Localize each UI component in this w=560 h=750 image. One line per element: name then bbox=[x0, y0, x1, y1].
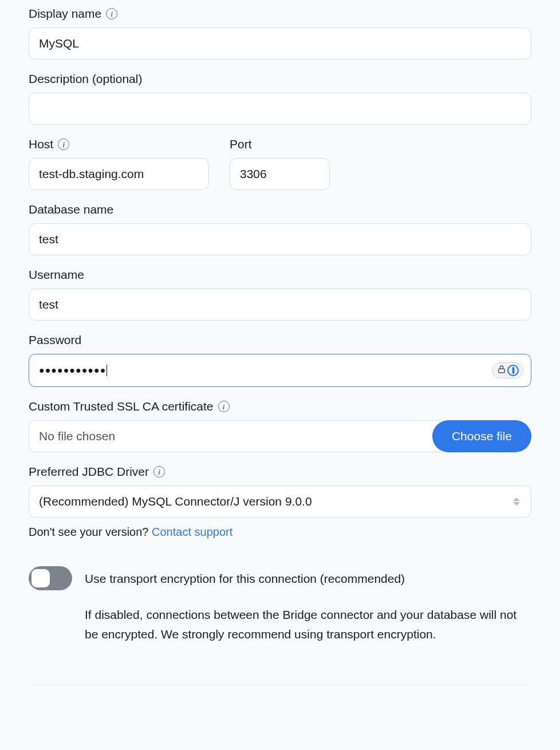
password-value: ●●●●●●●●●●● bbox=[39, 365, 106, 376]
password-manager-badge[interactable] bbox=[492, 362, 523, 378]
svg-rect-0 bbox=[499, 369, 505, 373]
port-label: Port bbox=[230, 137, 252, 151]
onepassword-icon bbox=[507, 365, 519, 376]
password-label: Password bbox=[29, 333, 81, 347]
database-name-label: Database name bbox=[29, 203, 113, 216]
jdbc-label: Preferred JDBC Driver bbox=[29, 465, 149, 479]
display-name-input[interactable] bbox=[29, 27, 531, 60]
lock-icon bbox=[497, 365, 506, 376]
section-divider bbox=[29, 685, 531, 685]
info-icon[interactable]: i bbox=[218, 401, 230, 412]
port-input[interactable] bbox=[230, 158, 330, 190]
host-input[interactable] bbox=[29, 158, 209, 190]
ssl-cert-file-display: No file chosen bbox=[29, 420, 441, 452]
description-label: Description (optional) bbox=[29, 72, 142, 86]
svg-rect-1 bbox=[512, 367, 514, 374]
ssl-cert-label: Custom Trusted SSL CA certificate bbox=[29, 400, 214, 413]
username-label: Username bbox=[29, 268, 84, 282]
jdbc-select[interactable]: (Recommended) MySQL Connector/J version … bbox=[29, 485, 531, 518]
database-name-input[interactable] bbox=[29, 223, 531, 255]
info-icon[interactable]: i bbox=[153, 466, 165, 477]
info-icon[interactable]: i bbox=[106, 8, 117, 19]
info-icon[interactable]: i bbox=[58, 139, 69, 150]
encryption-description: If disabled, connections between the Bri… bbox=[85, 605, 531, 645]
version-helper-text: Don't see your version? bbox=[29, 526, 152, 538]
description-input[interactable] bbox=[29, 93, 531, 125]
username-input[interactable] bbox=[29, 289, 531, 321]
encryption-toggle[interactable] bbox=[29, 566, 72, 590]
password-input[interactable]: ●●●●●●●●●●● bbox=[29, 354, 531, 387]
toggle-knob bbox=[31, 569, 50, 587]
display-name-label: Display name bbox=[29, 7, 101, 21]
choose-file-button[interactable]: Choose file bbox=[432, 420, 531, 452]
encryption-label: Use transport encryption for this connec… bbox=[85, 570, 531, 588]
host-label: Host bbox=[29, 137, 53, 151]
contact-support-link[interactable]: Contact support bbox=[152, 526, 232, 538]
